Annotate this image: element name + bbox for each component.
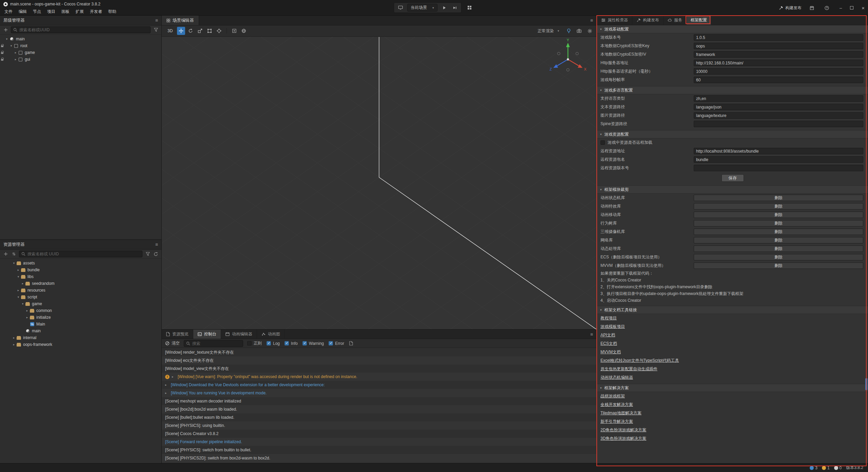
menu-item[interactable]: 扩展	[73, 8, 87, 15]
field-input[interactable]	[694, 165, 863, 171]
delete-module-button[interactable]: 删除	[694, 220, 863, 227]
log-row[interactable]: [Scene] meshopt wasm decoder initialized	[162, 397, 596, 405]
log-row[interactable]: [Window] render_texture文件夹不存在	[162, 348, 596, 356]
menu-item[interactable]: 帮助	[105, 8, 119, 15]
console-tab[interactable]: 控制台	[193, 330, 221, 339]
log-row[interactable]: [Scene] [bullet]:bullet wasm lib loaded.	[162, 413, 596, 421]
console-filter[interactable]: 正则	[247, 340, 262, 346]
doc-link[interactable]: API文档	[600, 331, 615, 339]
transform-gizmo-button[interactable]	[215, 27, 223, 35]
panel-menu-icon[interactable]: ≡	[155, 242, 158, 247]
expand-arrow-icon[interactable]: ▸	[165, 383, 169, 387]
log-row[interactable]: [Scene] [PHYSICS]: using builtin.	[162, 421, 596, 430]
console-tab[interactable]: 动画编辑器	[221, 330, 257, 339]
scene-editor-tab[interactable]: 场景编辑器	[162, 16, 199, 25]
section-header[interactable]: ▾框架模块裁剪	[597, 185, 868, 194]
scene-light-toggle[interactable]	[565, 27, 573, 35]
field-input[interactable]	[694, 112, 863, 119]
field-input[interactable]	[694, 104, 863, 110]
hierarchy-search-input[interactable]	[19, 27, 148, 32]
log-row[interactable]: ▸[Window] Download the Vue Devtools exte…	[162, 381, 596, 389]
doc-link[interactable]: ECS文档	[600, 339, 617, 348]
delete-module-button[interactable]: 删除	[694, 254, 863, 260]
checkbox[interactable]	[329, 341, 333, 346]
sort-assets-button[interactable]	[11, 251, 17, 257]
field-input[interactable]	[694, 148, 863, 154]
log-row[interactable]: !▸[Window] [Vue warn]: Property "onInput…	[162, 373, 596, 381]
section-header[interactable]: ▾游戏资源配置	[597, 130, 868, 138]
create-node-button[interactable]	[3, 27, 8, 33]
expand-arrow-icon[interactable]: ▸	[12, 343, 16, 346]
expand-arrow-icon[interactable]: ▾	[9, 44, 14, 47]
inspector-tab[interactable]: 框架配置	[687, 16, 711, 25]
expand-arrow-icon[interactable]: ▾	[16, 275, 21, 278]
inspector-tab[interactable]: 属性检查器	[597, 16, 632, 25]
doc-link[interactable]: 新手引导解决方案	[600, 417, 633, 426]
field-input[interactable]	[694, 77, 863, 83]
section-header[interactable]: ▾框架解决方案	[597, 384, 868, 392]
log-row[interactable]: [Scene] Forward render pipeline initiali…	[162, 438, 596, 446]
menu-item[interactable]: 面板	[58, 8, 73, 15]
doc-link[interactable]: 战棋游戏框架	[600, 392, 625, 400]
assets-filter-button[interactable]	[145, 251, 151, 257]
field-input[interactable]	[694, 60, 863, 66]
menu-item[interactable]: 开发者	[87, 8, 105, 15]
log-row[interactable]: ▸[Window] You are running Vue in develop…	[162, 389, 596, 397]
create-asset-button[interactable]	[3, 251, 8, 257]
delete-module-button[interactable]: 删除	[694, 237, 863, 243]
field-input[interactable]	[694, 95, 863, 102]
log-row[interactable]: [Scene] [box2d]:box2d wasm lib loaded.	[162, 405, 596, 413]
asset-node[interactable]: main	[0, 328, 161, 334]
minimize-button[interactable]: –	[840, 5, 842, 11]
preview-platform-button[interactable]	[396, 3, 405, 12]
log-row[interactable]: [Window] ecs文件夹不存在	[162, 356, 596, 365]
asset-node[interactable]: ▸bundle	[0, 267, 161, 273]
inspector-tab[interactable]: 构建发布	[632, 16, 664, 25]
hierarchy-node[interactable]: ▾main	[0, 36, 161, 42]
delete-module-button[interactable]: 删除	[694, 203, 863, 210]
build-publish-button[interactable]: 构建发布	[779, 5, 802, 11]
scene-settings-button[interactable]	[586, 27, 594, 35]
doc-link[interactable]: 全栈开发解决方案	[600, 400, 633, 409]
remote-load-checkbox[interactable]	[600, 140, 605, 145]
expand-arrow-icon[interactable]: ▾	[4, 37, 9, 41]
asset-node[interactable]: ▸oops-framework	[0, 341, 161, 348]
checkbox[interactable]	[267, 341, 271, 346]
save-button[interactable]: 保存	[722, 174, 744, 182]
log-row[interactable]: [Window] model_view文件夹不存在	[162, 365, 596, 373]
console-tab[interactable]: 动画图	[257, 330, 285, 339]
asset-node[interactable]: ▸internal	[0, 334, 161, 341]
log-row[interactable]: [Scene] [PHYSICS]: switch from builtin t…	[162, 446, 596, 454]
warning-count[interactable]: 1	[822, 466, 830, 470]
asset-node[interactable]: ▾game	[0, 300, 161, 307]
expand-arrow-icon[interactable]: ▸	[20, 282, 25, 285]
delete-module-button[interactable]: 删除	[694, 262, 863, 269]
rotate-tool-button[interactable]	[186, 27, 195, 35]
expand-arrow-icon[interactable]: ▸	[16, 289, 21, 292]
asset-node[interactable]: ▸common	[0, 307, 161, 314]
extensions-button[interactable]	[807, 4, 816, 12]
rect-tool-button[interactable]	[205, 27, 214, 35]
asset-node[interactable]: ▸seedrandom	[0, 280, 161, 287]
panel-menu-icon[interactable]: ≡	[155, 18, 158, 23]
coordinate-toggle-button[interactable]	[240, 27, 248, 35]
delete-module-button[interactable]: 删除	[694, 229, 863, 235]
section-header[interactable]: ▾游戏基础配置	[597, 25, 868, 33]
hierarchy-filter-button[interactable]	[153, 27, 159, 33]
doc-link[interactable]: Excel格式转Json文件与TypeScript代码工具	[600, 356, 679, 365]
doc-link[interactable]: 2D角色扮演游戏解决方案	[600, 426, 646, 434]
expand-arrow-icon[interactable]: ▾	[20, 302, 25, 306]
log-file-button[interactable]	[348, 340, 354, 346]
step-button[interactable]	[450, 3, 459, 12]
field-input[interactable]	[694, 43, 863, 49]
asset-node[interactable]: ▾assets	[0, 260, 161, 267]
console-search-input[interactable]	[192, 341, 241, 346]
expand-arrow-icon[interactable]: ▸	[12, 336, 16, 339]
scene-viewport[interactable]: YXZ	[162, 37, 596, 329]
checkbox[interactable]	[302, 341, 307, 346]
expand-arrow-icon[interactable]: ▸	[172, 375, 175, 378]
hierarchy-node[interactable]: ▸game	[0, 49, 161, 56]
pivot-toggle-button[interactable]	[230, 27, 238, 35]
menu-item[interactable]: 文件	[1, 8, 16, 15]
maximize-button[interactable]	[850, 6, 853, 9]
